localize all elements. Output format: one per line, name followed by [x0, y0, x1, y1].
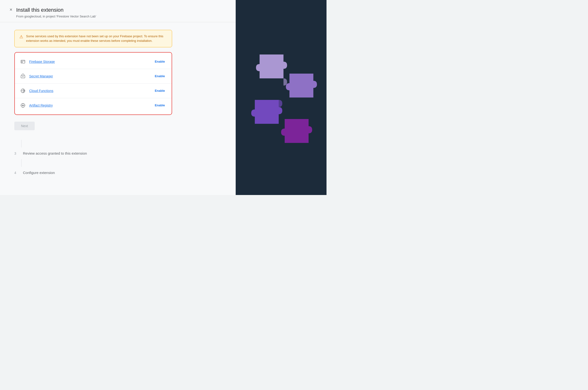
step-content: ⚠ Some services used by this extension h… [14, 30, 226, 179]
step-number-3: 3 [14, 151, 19, 155]
services-container: Firebase Storage Enable Secret [14, 52, 172, 115]
svg-point-6 [22, 105, 24, 106]
firebase-storage-link[interactable]: Firebase Storage [29, 60, 55, 64]
secret-manager-icon [20, 73, 26, 80]
step-item-3: 3 Review access granted to this extensio… [14, 147, 226, 159]
warning-text: Some services used by this extension hav… [26, 34, 167, 43]
service-left-secret: Secret Manager [20, 73, 53, 80]
service-left-functions: Cloud Functions [20, 88, 53, 94]
enable-storage-button[interactable]: Enable [153, 59, 167, 64]
service-left-artifact: Artifact Registry [20, 102, 53, 109]
warning-banner: ⚠ Some services used by this extension h… [14, 30, 172, 47]
enable-functions-button[interactable]: Enable [153, 88, 167, 94]
service-left-storage: Firebase Storage [20, 58, 55, 65]
page-title: Install this extension [16, 7, 96, 14]
page-subtitle: From googlecloud, in project 'Firestore … [16, 15, 96, 18]
puzzle-illustration [245, 35, 327, 160]
svg-rect-0 [21, 60, 25, 63]
step-label-4: Configure extension [23, 171, 55, 175]
right-panel [236, 0, 327, 195]
steps-list: 3 Review access granted to this extensio… [14, 140, 226, 179]
svg-rect-1 [22, 62, 23, 63]
header: × Install this extension From googleclou… [0, 0, 236, 22]
enable-artifact-button[interactable]: Enable [153, 102, 167, 108]
cloud-functions-link[interactable]: Cloud Functions [29, 89, 53, 93]
svg-point-3 [22, 76, 23, 77]
service-row-functions: Cloud Functions Enable [15, 84, 172, 98]
step-item-4: 4 Configure extension [14, 167, 226, 179]
artifact-registry-icon [20, 102, 26, 109]
header-text: Install this extension From googlecloud,… [16, 7, 96, 18]
next-button[interactable]: Next [14, 122, 35, 130]
close-button[interactable]: × [9, 7, 12, 12]
cloud-functions-icon [20, 88, 26, 94]
service-row-artifact: Artifact Registry Enable [15, 98, 172, 113]
main-panel: × Install this extension From googleclou… [0, 0, 236, 195]
step-label-3: Review access granted to this extension [23, 151, 87, 155]
service-row-storage: Firebase Storage Enable [15, 54, 172, 69]
enable-secret-button[interactable]: Enable [153, 73, 167, 79]
content: ⚠ Some services used by this extension h… [0, 22, 236, 188]
secret-manager-link[interactable]: Secret Manager [29, 74, 53, 78]
artifact-registry-link[interactable]: Artifact Registry [29, 103, 53, 107]
step-number-4: 4 [14, 171, 19, 175]
service-row-secret: Secret Manager Enable [15, 69, 172, 84]
warning-icon: ⚠ [19, 34, 23, 40]
storage-icon [20, 58, 26, 65]
